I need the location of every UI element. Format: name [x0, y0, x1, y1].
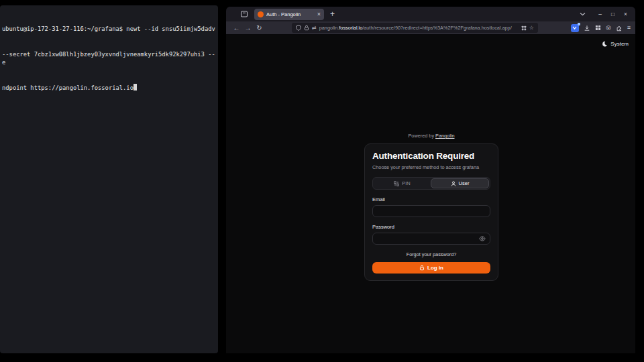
- back-button[interactable]: ←: [231, 25, 242, 32]
- grid-extension-icon[interactable]: [595, 25, 601, 31]
- terminal-cursor: [133, 84, 137, 90]
- forward-button[interactable]: →: [242, 25, 254, 32]
- circle-extension-icon[interactable]: ◎: [606, 25, 611, 31]
- theme-toggle[interactable]: System: [602, 41, 629, 47]
- maximize-button[interactable]: □: [608, 11, 618, 17]
- navigation-bar: ← → ↻ ⇄ pangolin.fossorial.io/auth/resou…: [226, 21, 635, 35]
- new-tab-button[interactable]: +: [330, 10, 335, 18]
- url-text: pangolin.fossorial.io/auth/resource/90?r…: [319, 25, 519, 31]
- powered-by: Powered by Pangolin: [364, 133, 498, 139]
- browser-tab[interactable]: Auth - Pangolin ×: [254, 9, 324, 20]
- show-password-eye-icon[interactable]: [479, 236, 486, 241]
- pangolin-favicon-icon: [258, 11, 264, 17]
- card-title: Authentication Required: [372, 151, 490, 161]
- tab-user[interactable]: User: [431, 178, 489, 188]
- terminal-line: --secret 7cbz1xw08lh1jbzey03yxvndljvneam…: [2, 50, 216, 67]
- card-subtitle: Choose your preferred method to access g…: [372, 164, 490, 170]
- login-button[interactable]: Log in: [372, 262, 490, 274]
- terminal-line: ubuntu@ip-172-31-27-116:~/grafana$ newt …: [2, 25, 216, 34]
- minimize-button[interactable]: –: [595, 11, 605, 17]
- moon-theme-icon: [602, 41, 608, 47]
- padlock-icon[interactable]: [304, 25, 309, 31]
- tab-pin-label: PIN: [402, 180, 411, 186]
- tab-pin[interactable]: PIN: [374, 178, 431, 188]
- password-wrap: [372, 233, 490, 245]
- toolbar-extensions: ◎ ≡: [571, 24, 631, 32]
- url-domain: fossorial.io: [339, 25, 362, 31]
- password-input[interactable]: [372, 233, 490, 245]
- theme-label: System: [610, 41, 629, 47]
- lock-icon: [419, 265, 425, 271]
- terminal-line: ndpoint https://pangolin.fossorial.io: [2, 84, 216, 93]
- downloads-icon[interactable]: [584, 25, 590, 32]
- tab-bar: Auth - Pangolin × + – □ ×: [226, 7, 635, 21]
- page-actions-grid-icon[interactable]: [521, 25, 527, 31]
- firefox-view-icon[interactable]: [240, 10, 248, 18]
- shield-extension-icon[interactable]: [571, 24, 579, 32]
- close-window-button[interactable]: ×: [621, 11, 631, 17]
- tab-close-icon[interactable]: ×: [317, 11, 321, 17]
- keypad-icon: [394, 181, 399, 186]
- auth-column: Powered by Pangolin Authentication Requi…: [364, 133, 498, 281]
- bookmark-star-icon[interactable]: ☆: [529, 25, 534, 31]
- list-tabs-chevron-icon[interactable]: [580, 12, 586, 16]
- email-label: Email: [372, 196, 490, 202]
- url-path: /auth/resource/90?redirect=https%3A%2F%2…: [362, 25, 511, 31]
- browser-window: Auth - Pangolin × + – □ × ← → ↻: [226, 7, 635, 353]
- url-bar[interactable]: ⇄ pangolin.fossorial.io/auth/resource/90…: [292, 23, 538, 33]
- auth-card: Authentication Required Choose your pref…: [364, 143, 498, 281]
- reload-button[interactable]: ↻: [254, 25, 265, 32]
- auth-method-tabs: PIN User: [372, 177, 490, 190]
- login-button-label: Log in: [427, 265, 443, 271]
- extensions-puzzle-icon[interactable]: [616, 25, 623, 32]
- tab-user-label: User: [459, 180, 470, 186]
- desktop: ubuntu@ip-172-31-27-116:~/grafana$ newt …: [0, 0, 644, 362]
- password-label: Password: [372, 224, 490, 230]
- terminal-window[interactable]: ubuntu@ip-172-31-27-116:~/grafana$ newt …: [0, 5, 218, 353]
- tab-title: Auth - Pangolin: [266, 11, 315, 17]
- menu-hamburger-icon[interactable]: ≡: [627, 25, 631, 31]
- page-content: System Powered by Pangolin Authenticatio…: [226, 35, 635, 353]
- url-prefix: pangolin.: [319, 25, 339, 31]
- tracking-shield-icon[interactable]: [296, 25, 301, 31]
- user-icon: [451, 181, 456, 186]
- email-input[interactable]: [372, 205, 490, 217]
- pangolin-link[interactable]: Pangolin: [435, 133, 454, 139]
- forgot-password-link[interactable]: Forgot your password?: [372, 251, 490, 257]
- permissions-swap-icon[interactable]: ⇄: [312, 25, 317, 31]
